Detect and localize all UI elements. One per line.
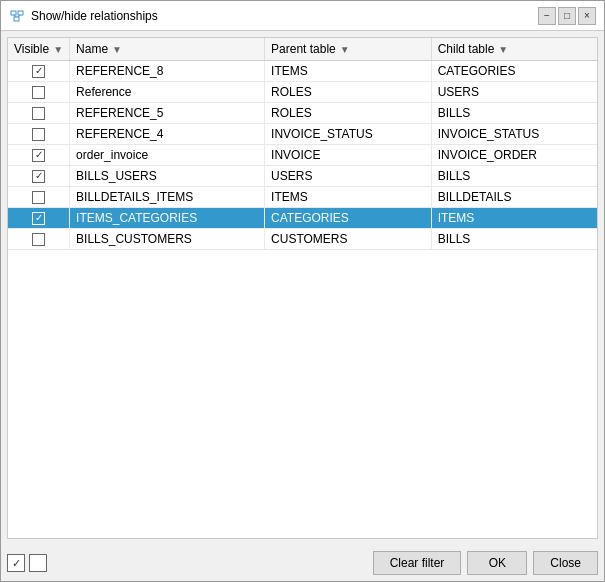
visible-checkbox[interactable] <box>32 191 45 204</box>
child-table-cell: USERS <box>431 82 597 103</box>
ok-button[interactable]: OK <box>467 551 527 575</box>
svg-rect-0 <box>11 11 16 15</box>
svg-rect-2 <box>14 17 19 21</box>
visible-cell[interactable] <box>8 82 70 103</box>
name-cell: Reference <box>70 82 265 103</box>
close-title-button[interactable]: × <box>578 7 596 25</box>
footer-action-buttons: Clear filter OK Close <box>373 551 598 575</box>
visible-checkbox[interactable] <box>32 233 45 246</box>
visible-checkbox[interactable] <box>32 65 45 78</box>
name-cell: REFERENCE_4 <box>70 124 265 145</box>
name-cell: BILLS_CUSTOMERS <box>70 229 265 250</box>
visible-cell[interactable] <box>8 61 70 82</box>
visible-cell[interactable] <box>8 166 70 187</box>
name-filter-icon[interactable]: ▼ <box>112 44 122 55</box>
visible-cell[interactable] <box>8 145 70 166</box>
check-all-button[interactable] <box>7 554 25 572</box>
window-title: Show/hide relationships <box>31 9 158 23</box>
parent-table-cell: INVOICE_STATUS <box>265 124 432 145</box>
content-area: Visible ▼ Name ▼ Parent <box>1 31 604 545</box>
child-table-cell: ITEMS <box>431 208 597 229</box>
col-header-visible[interactable]: Visible ▼ <box>8 38 70 61</box>
parent-table-cell: ROLES <box>265 82 432 103</box>
child-table-cell: INVOICE_ORDER <box>431 145 597 166</box>
table-row[interactable]: REFERENCE_8ITEMSCATEGORIES <box>8 61 597 82</box>
visible-checkbox[interactable] <box>32 149 45 162</box>
visible-cell[interactable] <box>8 229 70 250</box>
relationships-table-container: Visible ▼ Name ▼ Parent <box>7 37 598 539</box>
child-table-cell: BILLS <box>431 103 597 124</box>
name-cell: order_invoice <box>70 145 265 166</box>
table-row[interactable]: BILLS_CUSTOMERSCUSTOMERSBILLS <box>8 229 597 250</box>
table-row[interactable]: BILLDETAILS_ITEMSITEMSBILLDETAILS <box>8 187 597 208</box>
maximize-button[interactable]: □ <box>558 7 576 25</box>
table-row[interactable]: REFERENCE_4INVOICE_STATUSINVOICE_STATUS <box>8 124 597 145</box>
visible-cell[interactable] <box>8 187 70 208</box>
parent-table-cell: ROLES <box>265 103 432 124</box>
visible-cell[interactable] <box>8 124 70 145</box>
uncheck-all-button[interactable] <box>29 554 47 572</box>
child-table-cell: BILLDETAILS <box>431 187 597 208</box>
table-row[interactable]: ITEMS_CATEGORIESCATEGORIESITEMS <box>8 208 597 229</box>
parent-table-cell: INVOICE <box>265 145 432 166</box>
table-row[interactable]: order_invoiceINVOICEINVOICE_ORDER <box>8 145 597 166</box>
name-cell: REFERENCE_8 <box>70 61 265 82</box>
parent-table-cell: ITEMS <box>265 61 432 82</box>
relationships-table: Visible ▼ Name ▼ Parent <box>8 38 597 250</box>
parent-table-cell: CATEGORIES <box>265 208 432 229</box>
close-button[interactable]: Close <box>533 551 598 575</box>
parent-filter-icon[interactable]: ▼ <box>340 44 350 55</box>
footer-checkboxes <box>7 554 47 572</box>
clear-filter-button[interactable]: Clear filter <box>373 551 462 575</box>
name-cell: BILLDETAILS_ITEMS <box>70 187 265 208</box>
col-header-child-table[interactable]: Child table ▼ <box>431 38 597 61</box>
name-cell: REFERENCE_5 <box>70 103 265 124</box>
table-header-row: Visible ▼ Name ▼ Parent <box>8 38 597 61</box>
visible-checkbox[interactable] <box>32 212 45 225</box>
footer: Clear filter OK Close <box>1 545 604 581</box>
visible-checkbox[interactable] <box>32 107 45 120</box>
child-table-cell: INVOICE_STATUS <box>431 124 597 145</box>
show-hide-relationships-window: Show/hide relationships − □ × Visible ▼ <box>0 0 605 582</box>
title-bar-buttons: − □ × <box>538 7 596 25</box>
child-table-cell: BILLS <box>431 166 597 187</box>
svg-rect-1 <box>18 11 23 15</box>
table-row[interactable]: BILLS_USERSUSERSBILLS <box>8 166 597 187</box>
name-cell: ITEMS_CATEGORIES <box>70 208 265 229</box>
child-table-cell: CATEGORIES <box>431 61 597 82</box>
table-row[interactable]: ReferenceROLESUSERS <box>8 82 597 103</box>
title-bar-left: Show/hide relationships <box>9 8 158 24</box>
visible-checkbox[interactable] <box>32 86 45 99</box>
parent-table-cell: ITEMS <box>265 187 432 208</box>
visible-checkbox[interactable] <box>32 128 45 141</box>
col-header-parent-table[interactable]: Parent table ▼ <box>265 38 432 61</box>
parent-table-cell: CUSTOMERS <box>265 229 432 250</box>
visible-cell[interactable] <box>8 208 70 229</box>
table-row[interactable]: REFERENCE_5ROLESBILLS <box>8 103 597 124</box>
child-filter-icon[interactable]: ▼ <box>498 44 508 55</box>
parent-table-cell: USERS <box>265 166 432 187</box>
visible-filter-icon[interactable]: ▼ <box>53 44 63 55</box>
col-header-name[interactable]: Name ▼ <box>70 38 265 61</box>
visible-checkbox[interactable] <box>32 170 45 183</box>
minimize-button[interactable]: − <box>538 7 556 25</box>
title-bar: Show/hide relationships − □ × <box>1 1 604 31</box>
child-table-cell: BILLS <box>431 229 597 250</box>
name-cell: BILLS_USERS <box>70 166 265 187</box>
window-icon <box>9 8 25 24</box>
visible-cell[interactable] <box>8 103 70 124</box>
